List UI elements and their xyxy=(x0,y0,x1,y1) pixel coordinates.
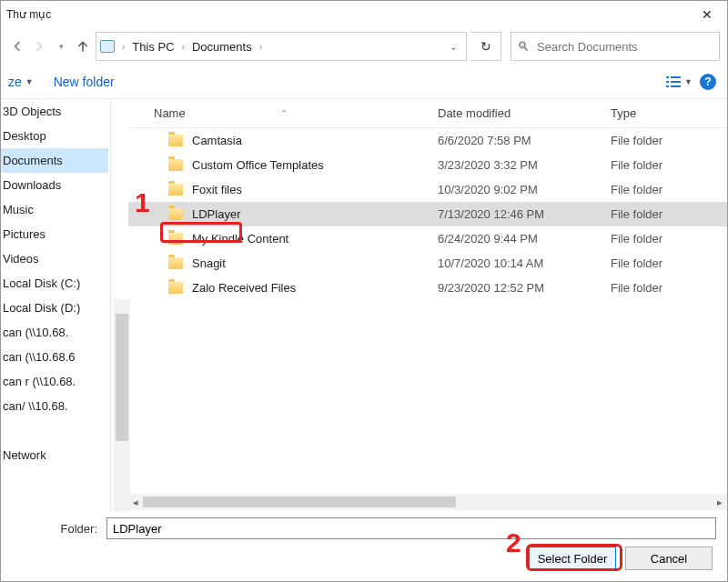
toolbar: ze▼ New folder ▼ ? xyxy=(1,65,727,99)
file-type: File folder xyxy=(611,281,727,295)
close-icon[interactable]: ✕ xyxy=(693,4,722,25)
table-row[interactable]: Zalo Received Files9/23/2020 12:52 PMFil… xyxy=(128,276,727,300)
organize-button[interactable]: ze▼ xyxy=(1,71,41,93)
table-row[interactable]: Snagit10/7/2020 10:14 AMFile folder xyxy=(128,251,727,276)
file-list: Camtasia6/6/2020 7:58 PMFile folderCusto… xyxy=(128,128,727,494)
body: 3D ObjectsDesktopDocumentsDownloadsMusic… xyxy=(1,99,727,512)
sidebar-item[interactable]: Desktop xyxy=(1,124,108,148)
up-button[interactable] xyxy=(74,32,92,61)
chevron-right-icon: › xyxy=(180,42,187,52)
file-date: 7/13/2020 12:46 PM xyxy=(438,207,611,221)
sidebar-item[interactable]: Pictures xyxy=(1,222,108,246)
file-name: Zalo Received Files xyxy=(192,281,296,295)
sidebar-item[interactable]: Local Disk (C:) xyxy=(1,271,108,296)
file-type: File folder xyxy=(611,207,727,221)
file-name: LDPlayer xyxy=(192,207,240,221)
file-type: File folder xyxy=(611,183,727,196)
table-row[interactable]: Camtasia6/6/2020 7:58 PMFile folder xyxy=(128,128,727,153)
help-icon[interactable]: ? xyxy=(700,74,716,90)
scroll-left-icon[interactable]: ◂ xyxy=(128,497,143,508)
sidebar-item[interactable]: can r (\\10.68. xyxy=(1,369,108,394)
sidebar-item[interactable] xyxy=(1,418,108,443)
column-date[interactable]: Date modified xyxy=(438,106,611,120)
address-dropdown-icon[interactable]: ⌄ xyxy=(444,42,462,52)
file-date: 9/23/2020 12:52 PM xyxy=(438,281,611,295)
select-folder-button[interactable]: Select Folder xyxy=(529,547,616,570)
column-headers: Name ⌃ Date modified Type xyxy=(128,99,727,128)
svg-rect-1 xyxy=(671,76,681,78)
folder-row: Folder: xyxy=(12,517,716,539)
horizontal-scrollbar[interactable]: ◂ ▸ xyxy=(128,494,727,510)
table-row[interactable]: Foxit files10/3/2020 9:02 PMFile folder xyxy=(128,177,727,202)
sidebar-item[interactable]: Downloads xyxy=(1,173,108,197)
file-name: Custom Office Templates xyxy=(192,158,324,172)
svg-rect-2 xyxy=(666,81,669,83)
folder-icon xyxy=(168,159,183,171)
breadcrumb-root[interactable]: This PC xyxy=(128,38,177,55)
breadcrumb-current[interactable]: Documents xyxy=(188,38,256,55)
folder-icon xyxy=(168,233,183,245)
folder-picker-window: Thư mục ✕ ▾ › This PC › Documents › ⌄ ↻ … xyxy=(0,0,728,582)
chevron-right-icon: › xyxy=(258,42,264,52)
file-pane: Name ⌃ Date modified Type Camtasia6/6/20… xyxy=(128,99,727,512)
nav-row: ▾ › This PC › Documents › ⌄ ↻ 🔍︎ xyxy=(1,28,727,65)
splitter[interactable] xyxy=(108,99,114,512)
sidebar-item[interactable]: 3D Objects xyxy=(1,99,108,124)
folder-icon xyxy=(168,257,183,269)
file-name: My Kindle Content xyxy=(192,232,288,246)
file-type: File folder xyxy=(611,134,727,147)
table-row[interactable]: LDPlayer7/13/2020 12:46 PMFile folder xyxy=(128,202,727,226)
file-name: Camtasia xyxy=(192,134,242,147)
back-button[interactable] xyxy=(8,32,26,61)
sort-asc-icon: ⌃ xyxy=(280,108,288,118)
sidebar-item[interactable]: Documents xyxy=(1,148,108,173)
file-date: 6/24/2020 9:44 PM xyxy=(438,232,611,246)
file-type: File folder xyxy=(611,158,727,172)
search-box[interactable]: 🔍︎ xyxy=(511,32,720,61)
svg-rect-3 xyxy=(671,81,681,83)
folder-icon xyxy=(168,282,183,294)
scroll-right-icon[interactable]: ▸ xyxy=(713,497,727,508)
file-date: 3/23/2020 3:32 PM xyxy=(438,158,611,172)
search-input[interactable] xyxy=(535,39,713,55)
folder-icon xyxy=(168,135,183,146)
svg-rect-0 xyxy=(666,76,669,78)
file-name: Snagit xyxy=(192,256,226,270)
sidebar-item[interactable]: Local Disk (D:) xyxy=(1,296,108,320)
file-date: 10/3/2020 9:02 PM xyxy=(438,183,611,196)
table-row[interactable]: Custom Office Templates3/23/2020 3:32 PM… xyxy=(128,153,727,177)
file-name: Foxit files xyxy=(192,183,242,196)
file-type: File folder xyxy=(611,256,727,270)
svg-rect-4 xyxy=(666,85,669,87)
file-date: 10/7/2020 10:14 AM xyxy=(438,256,611,270)
chevron-right-icon: › xyxy=(120,42,126,52)
address-bar[interactable]: › This PC › Documents › ⌄ xyxy=(96,32,467,61)
new-folder-button[interactable]: New folder xyxy=(46,71,122,93)
window-title: Thư mục xyxy=(6,8,693,21)
this-pc-icon xyxy=(100,40,115,53)
file-type: File folder xyxy=(611,232,727,246)
sidebar-item[interactable]: can/ \\10.68. xyxy=(1,394,108,418)
folder-icon xyxy=(168,184,183,196)
svg-rect-5 xyxy=(671,85,681,87)
sidebar-item[interactable]: Videos xyxy=(1,246,108,271)
refresh-button[interactable]: ↻ xyxy=(470,32,501,61)
forward-button[interactable] xyxy=(30,32,48,61)
view-options-button[interactable]: ▼ xyxy=(666,75,693,88)
column-name[interactable]: Name ⌃ xyxy=(128,106,438,120)
sidebar: 3D ObjectsDesktopDocumentsDownloadsMusic… xyxy=(1,99,108,512)
file-date: 6/6/2020 7:58 PM xyxy=(438,134,611,147)
titlebar: Thư mục ✕ xyxy=(1,1,727,28)
recent-dropdown-icon[interactable]: ▾ xyxy=(52,32,70,61)
folder-input[interactable] xyxy=(106,517,716,539)
bottom-bar: Folder: Select Folder Cancel xyxy=(1,512,727,581)
sidebar-item[interactable]: can (\\10.68. xyxy=(1,320,108,345)
folder-icon xyxy=(168,208,183,220)
sidebar-item[interactable]: Music xyxy=(1,197,108,222)
sidebar-item[interactable]: can (\\10.68.6 xyxy=(1,345,108,369)
column-type[interactable]: Type xyxy=(611,106,727,120)
table-row[interactable]: My Kindle Content6/24/2020 9:44 PMFile f… xyxy=(128,226,727,251)
sidebar-item[interactable]: Network xyxy=(1,443,108,467)
cancel-button[interactable]: Cancel xyxy=(625,547,713,570)
search-icon: 🔍︎ xyxy=(517,39,530,54)
